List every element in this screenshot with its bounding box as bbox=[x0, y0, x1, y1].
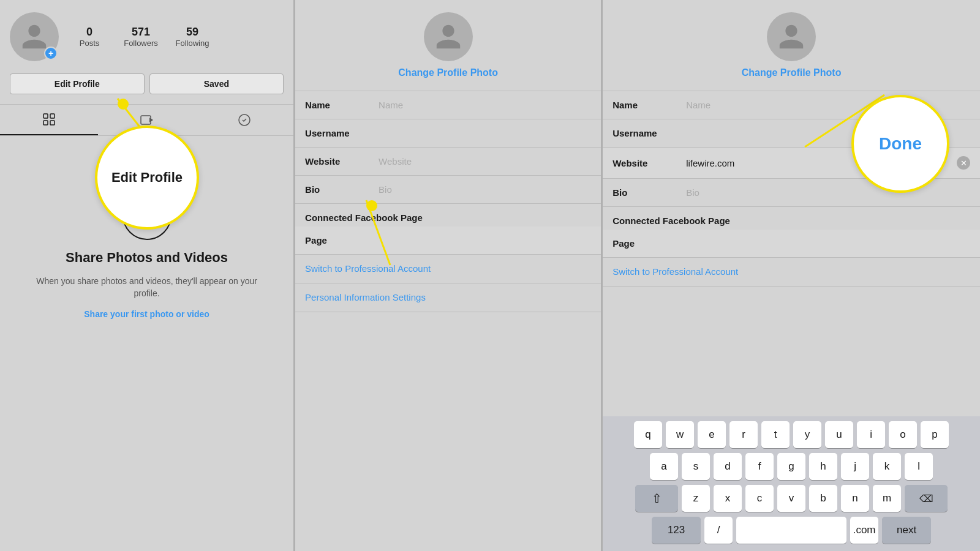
key-p[interactable]: p bbox=[921, 421, 949, 448]
key-v[interactable]: v bbox=[777, 485, 805, 512]
website-row: Website Website bbox=[295, 148, 601, 176]
svg-rect-4 bbox=[141, 116, 151, 124]
key-i[interactable]: i bbox=[857, 421, 885, 448]
key-b[interactable]: b bbox=[809, 485, 837, 512]
name-label-3: Name bbox=[612, 100, 686, 110]
key-n[interactable]: n bbox=[841, 485, 869, 512]
key-g[interactable]: g bbox=[777, 453, 805, 480]
page-label: Page bbox=[305, 235, 379, 246]
annotation-dot-website bbox=[366, 200, 377, 211]
change-photo-link[interactable]: Change Profile Photo bbox=[398, 67, 498, 84]
key-u[interactable]: u bbox=[825, 421, 853, 448]
key-j[interactable]: j bbox=[841, 453, 869, 480]
key-o[interactable]: o bbox=[889, 421, 917, 448]
empty-title: Share Photos and Videos bbox=[66, 250, 228, 266]
website-label: Website bbox=[305, 156, 379, 167]
personal-info-row[interactable]: Personal Information Settings bbox=[295, 283, 601, 312]
name-row: Name Name bbox=[295, 91, 601, 119]
backspace-key[interactable]: ⌫ bbox=[905, 485, 948, 512]
key-e[interactable]: e bbox=[698, 421, 726, 448]
key-r[interactable]: r bbox=[729, 421, 758, 448]
key-next[interactable]: next bbox=[882, 517, 931, 544]
website-input[interactable]: Website bbox=[379, 156, 591, 167]
following-stat: 59 Following bbox=[174, 26, 211, 48]
page-label-3: Page bbox=[612, 238, 686, 249]
key-s[interactable]: s bbox=[682, 453, 710, 480]
switch-professional-row-3[interactable]: Switch to Professional Account bbox=[603, 258, 980, 287]
svg-rect-2 bbox=[43, 121, 48, 125]
key-z[interactable]: z bbox=[682, 485, 710, 512]
edit-avatar[interactable] bbox=[424, 12, 473, 61]
profile-buttons: Edit Profile Saved bbox=[0, 73, 293, 104]
key-123[interactable]: 123 bbox=[652, 517, 701, 544]
shift-key[interactable]: ⇧ bbox=[635, 485, 678, 512]
key-m[interactable]: m bbox=[873, 485, 901, 512]
key-slash[interactable]: / bbox=[704, 517, 733, 544]
annotation-dot-edit bbox=[118, 99, 129, 110]
key-a[interactable]: a bbox=[650, 453, 678, 480]
following-label: Following bbox=[176, 39, 209, 48]
edit-profile-header-3: Change Profile Photo bbox=[603, 0, 980, 91]
key-l[interactable]: l bbox=[905, 453, 933, 480]
user-icon bbox=[20, 22, 49, 51]
svg-marker-5 bbox=[149, 118, 153, 122]
done-bubble: Done bbox=[851, 95, 949, 193]
key-w[interactable]: w bbox=[666, 421, 694, 448]
posts-count: 0 bbox=[86, 26, 92, 39]
avatar-icon bbox=[434, 22, 463, 51]
change-photo-link-3[interactable]: Change Profile Photo bbox=[742, 67, 842, 84]
followers-stat: 571 Followers bbox=[123, 26, 159, 48]
edit-profile-button[interactable]: Edit Profile bbox=[10, 73, 145, 94]
key-space[interactable] bbox=[736, 517, 846, 544]
add-photo-button[interactable]: + bbox=[44, 47, 58, 60]
following-count: 59 bbox=[186, 26, 198, 39]
switch-professional-row[interactable]: Switch to Professional Account bbox=[295, 255, 601, 283]
page-row: Page bbox=[295, 227, 601, 255]
personal-info-link[interactable]: Personal Information Settings bbox=[305, 292, 426, 302]
edit-avatar-3[interactable] bbox=[767, 12, 816, 61]
edit-profile-header: Change Profile Photo bbox=[295, 0, 601, 91]
key-c[interactable]: c bbox=[745, 485, 774, 512]
panel-edit-profile: Change Profile Photo Name Name Username … bbox=[295, 0, 601, 551]
svg-rect-0 bbox=[43, 114, 48, 118]
empty-subtitle: When you share photos and videos, they'l… bbox=[24, 276, 269, 299]
key-f[interactable]: f bbox=[745, 453, 774, 480]
svg-rect-1 bbox=[50, 114, 55, 118]
tab-tagged[interactable] bbox=[195, 105, 293, 135]
key-q[interactable]: q bbox=[634, 421, 662, 448]
key-k[interactable]: k bbox=[873, 453, 901, 480]
website-label-3: Website bbox=[612, 158, 686, 168]
form-fields: Name Name Username Website Website Bio B… bbox=[295, 91, 601, 204]
switch-professional-link-3[interactable]: Switch to Professional Account bbox=[612, 266, 738, 277]
username-row: Username bbox=[295, 119, 601, 148]
key-t[interactable]: t bbox=[761, 421, 790, 448]
profile-header: + 0 Posts 571 Followers 59 Following bbox=[0, 0, 293, 73]
posts-stat: 0 Posts bbox=[71, 26, 108, 48]
avatar-icon-3 bbox=[777, 22, 806, 51]
connected-fb-header: Connected Facebook Page bbox=[295, 204, 601, 227]
bio-input-3[interactable]: Bio bbox=[686, 187, 970, 198]
bio-input[interactable]: Bio bbox=[379, 184, 591, 195]
key-x[interactable]: x bbox=[714, 485, 742, 512]
edit-profile-bubble: Edit Profile bbox=[95, 126, 199, 230]
stats-row: 0 Posts 571 Followers 59 Following bbox=[71, 26, 284, 48]
share-first-post-link[interactable]: Share your first photo or video bbox=[84, 309, 209, 319]
username-label-3: Username bbox=[612, 128, 686, 138]
connected-fb-header-3: Connected Facebook Page bbox=[603, 207, 980, 230]
username-label: Username bbox=[305, 128, 379, 138]
avatar-wrap: + bbox=[10, 12, 59, 61]
key-h[interactable]: h bbox=[809, 453, 837, 480]
saved-button[interactable]: Saved bbox=[149, 73, 284, 94]
clear-website-button[interactable]: ✕ bbox=[957, 156, 970, 170]
key-dotcom[interactable]: .com bbox=[850, 517, 878, 544]
key-d[interactable]: d bbox=[714, 453, 742, 480]
tab-grid[interactable] bbox=[0, 105, 98, 135]
keyboard[interactable]: q w e r t y u i o p a s d f g h j k l ⇧ … bbox=[603, 416, 980, 551]
posts-label: Posts bbox=[80, 39, 100, 48]
key-y[interactable]: y bbox=[793, 421, 821, 448]
bio-label: Bio bbox=[305, 184, 379, 195]
bio-label-3: Bio bbox=[612, 187, 686, 198]
switch-professional-link[interactable]: Switch to Professional Account bbox=[305, 263, 431, 274]
name-input[interactable]: Name bbox=[379, 100, 591, 110]
panel-profile: + 0 Posts 571 Followers 59 Following Edi… bbox=[0, 0, 293, 551]
